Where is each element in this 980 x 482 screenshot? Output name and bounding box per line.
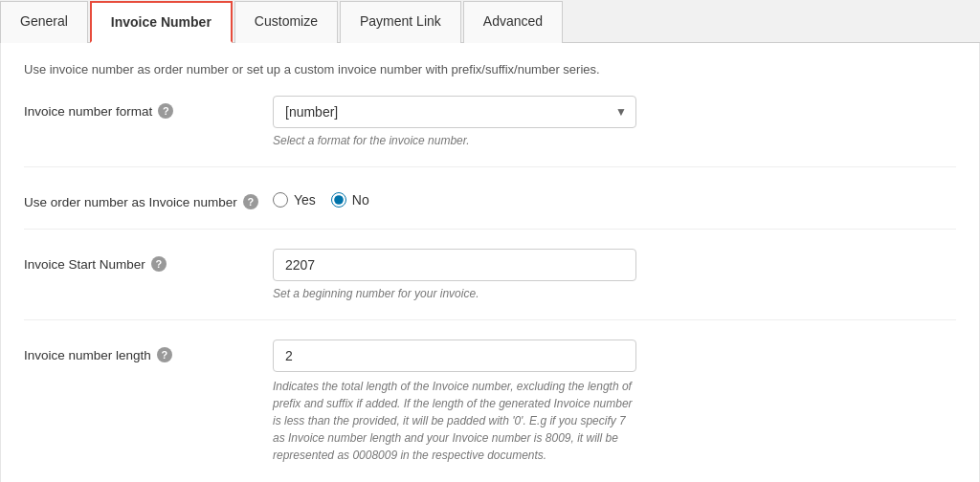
use-order-number-row: Use order number as Invoice number ? Yes…: [24, 186, 956, 209]
invoice-number-length-input[interactable]: [273, 340, 636, 372]
tab-general[interactable]: General: [0, 1, 88, 43]
invoice-start-number-help-icon[interactable]: ?: [151, 256, 167, 272]
tabs-bar: General Invoice Number Customize Payment…: [0, 0, 980, 43]
invoice-number-length-row: Invoice number length ? Indicates the to…: [24, 340, 956, 464]
invoice-number-length-hint: Indicates the total length of the Invoic…: [273, 378, 636, 464]
invoice-start-number-control: Set a beginning number for your invoice.: [273, 249, 956, 300]
radio-no-text: No: [352, 192, 369, 208]
radio-yes-text: Yes: [294, 192, 316, 208]
use-order-number-label: Use order number as Invoice number ?: [24, 186, 273, 209]
tab-advanced[interactable]: Advanced: [463, 1, 563, 43]
invoice-start-number-row: Invoice Start Number ? Set a beginning n…: [24, 249, 956, 300]
tab-payment-link[interactable]: Payment Link: [340, 1, 461, 43]
invoice-number-length-control: Indicates the total length of the Invoic…: [273, 340, 956, 464]
radio-no[interactable]: [331, 192, 346, 208]
radio-no-label[interactable]: No: [331, 192, 369, 208]
invoice-number-format-control: [number] [prefix][number] [number][suffi…: [273, 96, 956, 147]
divider-3: [24, 319, 956, 320]
page-wrapper: General Invoice Number Customize Payment…: [0, 0, 980, 482]
invoice-number-format-help-icon[interactable]: ?: [158, 103, 173, 119]
invoice-number-format-row: Invoice number format ? [number] [prefix…: [24, 96, 956, 147]
radio-yes[interactable]: [273, 192, 288, 208]
invoice-number-format-select[interactable]: [number] [prefix][number] [number][suffi…: [273, 96, 636, 128]
invoice-start-number-label: Invoice Start Number ?: [24, 249, 273, 272]
invoice-number-format-label: Invoice number format ?: [24, 96, 273, 119]
use-order-number-control: Yes No: [273, 186, 956, 208]
tab-invoice-number[interactable]: Invoice Number: [90, 1, 233, 43]
invoice-start-number-hint: Set a beginning number for your invoice.: [273, 287, 956, 300]
invoice-number-format-hint: Select a format for the invoice number.: [273, 134, 956, 147]
tab-customize[interactable]: Customize: [234, 1, 338, 43]
page-description: Use invoice number as order number or se…: [24, 62, 956, 77]
invoice-number-format-select-wrapper: [number] [prefix][number] [number][suffi…: [273, 96, 636, 128]
divider-1: [24, 166, 956, 167]
content-area: Use invoice number as order number or se…: [0, 43, 980, 482]
use-order-number-radio-group: Yes No: [273, 186, 956, 208]
invoice-number-length-help-icon[interactable]: ?: [157, 347, 172, 362]
invoice-start-number-input[interactable]: [273, 249, 636, 281]
radio-yes-label[interactable]: Yes: [273, 192, 316, 208]
invoice-number-length-label: Invoice number length ?: [24, 340, 273, 362]
divider-2: [24, 229, 956, 230]
use-order-number-help-icon[interactable]: ?: [243, 194, 258, 209]
